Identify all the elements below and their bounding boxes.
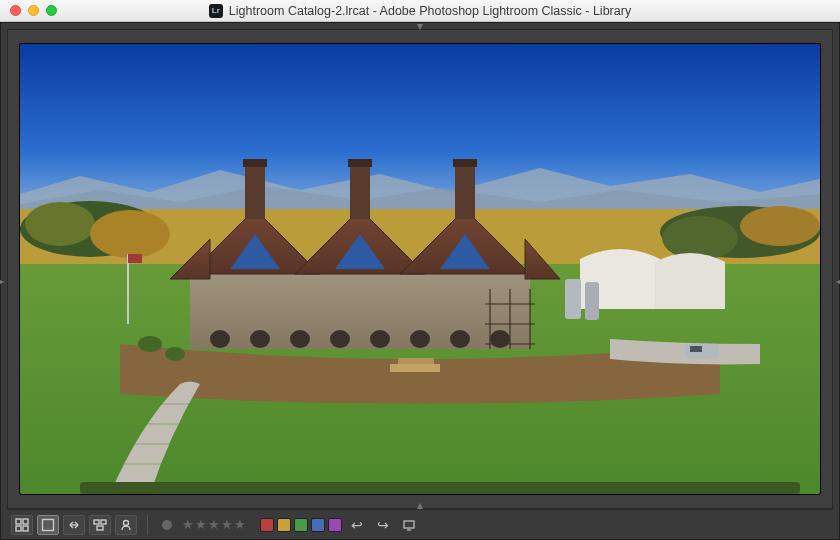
image-canvas[interactable] [7, 29, 833, 509]
flag-toggle[interactable] [162, 520, 172, 530]
app-icon [209, 4, 223, 18]
survey-view-button[interactable] [89, 515, 111, 535]
traffic-lights [0, 5, 57, 16]
svg-rect-66 [94, 520, 99, 524]
toggle-right-panel[interactable]: ◂ [836, 275, 840, 287]
toggle-left-panel[interactable]: ▸ [0, 275, 4, 287]
compare-view-button[interactable] [63, 515, 85, 535]
star-1[interactable]: ★ [182, 517, 194, 532]
svg-rect-57 [23, 519, 28, 524]
loupe-view-button[interactable] [37, 515, 59, 535]
label-blue[interactable] [311, 518, 325, 532]
svg-rect-70 [404, 521, 414, 528]
star-4[interactable]: ★ [221, 517, 233, 532]
loupe-photo [20, 44, 820, 494]
svg-rect-55 [20, 44, 820, 494]
prev-photo-button[interactable]: ↩ [346, 515, 368, 535]
workspace: ▾ ▸ ◂ [0, 22, 840, 540]
svg-rect-58 [16, 526, 21, 531]
svg-point-69 [124, 520, 129, 525]
svg-rect-60 [43, 519, 54, 530]
slideshow-button[interactable] [398, 515, 420, 535]
window-title: Lightroom Catalog-2.lrcat - Adobe Photos… [229, 4, 631, 18]
maximize-window-button[interactable] [46, 5, 57, 16]
star-3[interactable]: ★ [208, 517, 220, 532]
toggle-filmstrip[interactable]: ▴ [417, 499, 423, 511]
svg-rect-68 [97, 526, 103, 530]
label-yellow[interactable] [277, 518, 291, 532]
toggle-top-panel[interactable]: ▾ [417, 20, 423, 32]
label-purple[interactable] [328, 518, 342, 532]
library-toolbar: ★ ★ ★ ★ ★ ↩ ↪ [7, 509, 833, 539]
svg-rect-59 [23, 526, 28, 531]
label-red[interactable] [260, 518, 274, 532]
minimize-window-button[interactable] [28, 5, 39, 16]
label-green[interactable] [294, 518, 308, 532]
star-5[interactable]: ★ [234, 517, 246, 532]
rating-stars: ★ ★ ★ ★ ★ [182, 517, 246, 532]
svg-rect-67 [101, 520, 106, 524]
svg-rect-56 [16, 519, 21, 524]
toolbar-separator [147, 515, 148, 535]
grid-view-button[interactable] [11, 515, 33, 535]
star-2[interactable]: ★ [195, 517, 207, 532]
next-photo-button[interactable]: ↪ [372, 515, 394, 535]
people-view-button[interactable] [115, 515, 137, 535]
close-window-button[interactable] [10, 5, 21, 16]
color-labels [260, 518, 342, 532]
